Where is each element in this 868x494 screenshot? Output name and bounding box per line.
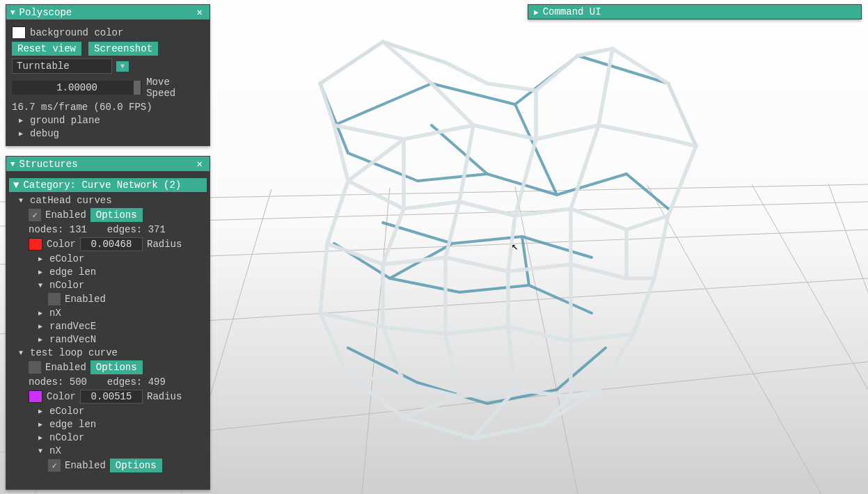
command-ui-panel: ▶ Command UI [528, 4, 862, 19]
ground-plane-label: ground plane [30, 115, 100, 126]
polyscope-panel-header[interactable]: ▼ Polyscope ✕ [6, 5, 210, 19]
property-tree-item[interactable]: ▶ eColor [12, 406, 204, 417]
enabled-label: Enabled [65, 460, 106, 471]
expand-caret-icon: ▶ [38, 335, 45, 344]
panel-title-label: Polyscope [19, 7, 72, 18]
property-tree-item[interactable]: ▼ nColor [12, 280, 204, 291]
property-label: nColor [49, 432, 84, 443]
curve-color-swatch[interactable] [29, 238, 42, 250]
structures-panel-header[interactable]: ▼ Structures ✕ [6, 157, 210, 171]
enabled-label: Enabled [45, 209, 86, 221]
expand-caret-icon: ▶ [38, 268, 45, 276]
background-color-swatch[interactable] [12, 26, 26, 39]
property-label: nColor [49, 280, 84, 291]
collapse-caret-icon[interactable]: ▼ [10, 8, 15, 17]
enabled-checkbox[interactable] [29, 361, 41, 374]
radius-label: Radius [147, 391, 182, 402]
node-count: nodes: 131 [29, 224, 87, 235]
enabled-checkbox[interactable] [29, 209, 41, 221]
property-label: edge len [49, 419, 96, 430]
node-count: nodes: 500 [29, 376, 87, 388]
close-icon[interactable]: ✕ [194, 158, 205, 170]
property-label: eColor [49, 406, 84, 417]
property-tree-item[interactable]: ▶ eColor [12, 253, 204, 264]
radius-input[interactable]: 0.00468 [80, 237, 143, 251]
curve-color-swatch[interactable] [29, 390, 42, 403]
expand-caret-icon: ▶ [19, 116, 26, 125]
property-tree-item[interactable]: ▶ randVecE [12, 321, 204, 332]
polyscope-panel: ▼ Polyscope ✕ background color Reset vie… [6, 4, 210, 146]
structures-panel: ▼ Structures ✕ ▼ Category: Curve Network… [6, 156, 210, 490]
property-label: randVecN [49, 334, 96, 345]
property-label: randVecE [49, 321, 96, 332]
command-ui-title: Command UI [543, 6, 601, 17]
structure-name: catHead curves [30, 195, 112, 206]
expand-caret-icon: ▶ [38, 433, 45, 442]
options-button[interactable]: Options [110, 459, 162, 472]
radius-input[interactable]: 0.00515 [80, 390, 143, 404]
collapse-caret-icon: ▼ [13, 180, 19, 191]
expand-caret-icon: ▶ [19, 129, 26, 138]
collapse-caret-icon[interactable]: ▼ [10, 160, 15, 168]
expand-caret-icon: ▶ [38, 255, 45, 263]
move-speed-value: 1.00000 [56, 82, 97, 93]
collapse-caret-icon: ▼ [38, 282, 45, 289]
frame-stats-label: 16.7 ms/frame (60.0 FPS) [12, 102, 204, 113]
collapse-caret-icon: ▼ [19, 197, 26, 205]
property-label: edge len [49, 266, 96, 278]
dropdown-caret-icon[interactable]: ▼ [116, 61, 129, 72]
collapse-caret-icon: ▼ [38, 447, 45, 455]
expand-caret-icon: ▶ [38, 309, 45, 317]
property-tree-item[interactable]: ▶ edge len [12, 266, 204, 278]
options-button[interactable]: Options [90, 360, 143, 374]
command-ui-header[interactable]: ▶ Command UI [528, 5, 861, 19]
structure-item-header[interactable]: ▼ catHead curves [12, 195, 204, 206]
mouse-cursor-icon: ↖ [512, 239, 519, 253]
nav-mode-value: Turntable [17, 61, 70, 72]
property-tree-item[interactable]: ▶ nColor [12, 432, 204, 443]
color-label: Color [47, 239, 76, 250]
property-tree-item[interactable]: ▶ nX [12, 308, 204, 319]
property-label: nX [49, 308, 61, 319]
expand-caret-icon: ▶ [38, 407, 45, 415]
property-label: nX [49, 445, 61, 456]
background-color-label: background color [30, 27, 123, 38]
edge-count: edges: 499 [107, 376, 166, 388]
expand-caret-icon: ▶ [38, 420, 45, 429]
structure-item-header[interactable]: ▼ test loop curve [12, 347, 204, 358]
slider-thumb[interactable] [134, 81, 141, 95]
move-speed-slider[interactable]: 1.00000 [12, 81, 142, 95]
structures-title: Structures [19, 159, 78, 170]
debug-label: debug [30, 128, 59, 139]
enabled-label: Enabled [45, 362, 86, 373]
move-speed-label: Move Speed [146, 77, 204, 99]
enabled-checkbox[interactable] [48, 293, 61, 305]
category-label: Category: Curve Network (2) [23, 180, 181, 191]
close-icon[interactable]: ✕ [194, 6, 205, 18]
structure-name: test loop curve [30, 347, 118, 358]
property-label: eColor [49, 253, 84, 264]
enabled-checkbox[interactable] [48, 459, 61, 472]
category-header[interactable]: ▼ Category: Curve Network (2) [9, 178, 207, 192]
expand-caret-icon: ▶ [38, 322, 45, 330]
debug-tree-item[interactable]: ▶ debug [12, 128, 204, 139]
ground-plane-tree-item[interactable]: ▶ ground plane [12, 115, 204, 126]
expand-caret-icon[interactable]: ▶ [534, 8, 539, 17]
screenshot-button[interactable]: Screenshot [88, 42, 158, 56]
color-label: Color [47, 391, 76, 402]
radius-label: Radius [147, 239, 182, 250]
nav-mode-dropdown[interactable]: Turntable [12, 58, 112, 74]
property-tree-item[interactable]: ▶ randVecN [12, 334, 204, 345]
enabled-label: Enabled [65, 294, 106, 305]
property-tree-item[interactable]: ▼ nX [12, 445, 204, 456]
property-tree-item[interactable]: ▶ edge len [12, 419, 204, 430]
reset-view-button[interactable]: Reset view [12, 42, 81, 56]
options-button[interactable]: Options [90, 208, 143, 222]
collapse-caret-icon: ▼ [19, 349, 26, 357]
edge-count: edges: 371 [107, 224, 166, 235]
